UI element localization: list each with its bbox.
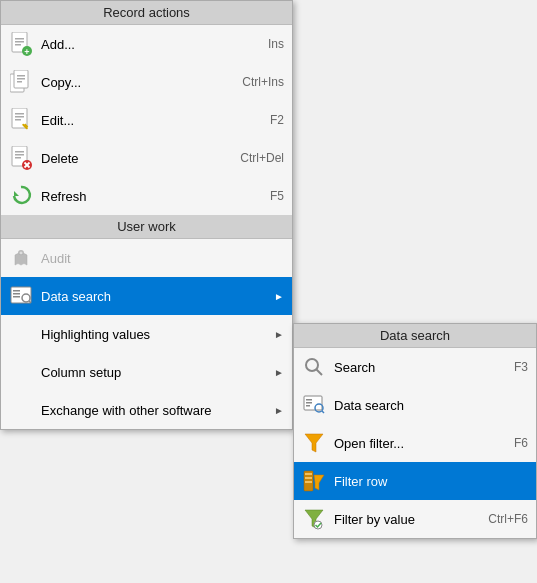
- svg-line-34: [317, 370, 323, 376]
- copy-label: Copy...: [41, 75, 222, 90]
- delete-label: Delete: [41, 151, 220, 166]
- svg-point-33: [306, 359, 318, 371]
- svg-rect-1: [15, 38, 24, 40]
- filter-by-value-shortcut: Ctrl+F6: [488, 512, 528, 526]
- edit-label: Edit...: [41, 113, 250, 128]
- svg-text:+: +: [24, 47, 29, 56]
- refresh-shortcut: F5: [270, 189, 284, 203]
- audit-label: Audit: [41, 251, 284, 266]
- highlighting-arrow: ►: [274, 329, 284, 340]
- user-work-header: User work: [1, 215, 292, 239]
- filter-by-value-menu-item[interactable]: Filter by value Ctrl+F6: [294, 500, 536, 538]
- svg-rect-30: [13, 296, 20, 298]
- svg-marker-41: [305, 434, 323, 452]
- search-shortcut: F3: [514, 360, 528, 374]
- column-setup-icon: [7, 358, 35, 386]
- edit-menu-item[interactable]: Edit... F2: [1, 101, 292, 139]
- svg-rect-38: [306, 405, 310, 407]
- copy-menu-item[interactable]: Copy... Ctrl+Ins: [1, 63, 292, 101]
- svg-rect-2: [15, 41, 24, 43]
- edit-shortcut: F2: [270, 113, 284, 127]
- add-shortcut: Ins: [268, 37, 284, 51]
- delete-shortcut: Ctrl+Del: [240, 151, 284, 165]
- data-search-arrow: ►: [274, 291, 284, 302]
- audit-icon: [7, 244, 35, 272]
- exchange-arrow: ►: [274, 405, 284, 416]
- svg-rect-14: [15, 119, 21, 121]
- column-setup-arrow: ►: [274, 367, 284, 378]
- svg-point-48: [314, 521, 322, 529]
- filter-by-value-label: Filter by value: [334, 512, 468, 527]
- edit-icon: [7, 106, 35, 134]
- svg-rect-18: [15, 151, 24, 153]
- svg-rect-44: [305, 477, 312, 479]
- refresh-label: Refresh: [41, 189, 250, 204]
- svg-rect-9: [17, 78, 25, 80]
- exchange-label: Exchange with other software: [41, 403, 270, 418]
- highlighting-label: Highlighting values: [41, 327, 270, 342]
- column-setup-menu-item[interactable]: Column setup ►: [1, 353, 292, 391]
- delete-menu-item[interactable]: Delete Ctrl+Del: [1, 139, 292, 177]
- highlighting-icon: [7, 320, 35, 348]
- data-search-sub-menu-item[interactable]: Data search: [294, 386, 536, 424]
- svg-marker-46: [314, 475, 324, 490]
- search-label: Search: [334, 360, 494, 375]
- refresh-menu-item[interactable]: Refresh F5: [1, 177, 292, 215]
- svg-marker-24: [14, 191, 19, 196]
- audit-menu-item[interactable]: Audit: [1, 239, 292, 277]
- svg-rect-13: [15, 116, 24, 118]
- exchange-icon: [7, 396, 35, 424]
- data-search-menu-item[interactable]: Data search ►: [1, 277, 292, 315]
- svg-rect-20: [15, 157, 21, 159]
- sub-context-menu: Data search Search F3 Data search: [293, 323, 537, 539]
- add-menu-item[interactable]: + Add... Ins: [1, 25, 292, 63]
- svg-rect-29: [13, 293, 20, 295]
- svg-rect-19: [15, 154, 24, 156]
- svg-line-40: [322, 411, 324, 413]
- data-search-sub-label: Data search: [334, 398, 528, 413]
- svg-rect-36: [306, 399, 312, 401]
- svg-rect-10: [17, 81, 22, 83]
- svg-rect-28: [13, 290, 20, 292]
- refresh-icon: [7, 182, 35, 210]
- column-setup-label: Column setup: [41, 365, 270, 380]
- copy-icon: [7, 68, 35, 96]
- open-filter-menu-item[interactable]: Open filter... F6: [294, 424, 536, 462]
- open-filter-shortcut: F6: [514, 436, 528, 450]
- filter-row-icon: [300, 467, 328, 495]
- main-context-menu: Record actions + Add... Ins: [0, 0, 293, 430]
- exchange-menu-item[interactable]: Exchange with other software ►: [1, 391, 292, 429]
- filter-icon: [300, 429, 328, 457]
- add-label: Add...: [41, 37, 248, 52]
- svg-rect-43: [305, 473, 312, 475]
- data-search-sub-header: Data search: [294, 324, 536, 348]
- svg-rect-37: [306, 402, 312, 404]
- filter-row-menu-item[interactable]: Filter row: [294, 462, 536, 500]
- record-actions-header: Record actions: [1, 1, 292, 25]
- open-filter-label: Open filter...: [334, 436, 494, 451]
- svg-rect-12: [15, 113, 24, 115]
- search-icon: [300, 353, 328, 381]
- svg-rect-8: [17, 75, 25, 77]
- highlighting-menu-item[interactable]: Highlighting values ►: [1, 315, 292, 353]
- svg-rect-3: [15, 44, 21, 46]
- svg-rect-45: [305, 481, 312, 483]
- filter-value-icon: [300, 505, 328, 533]
- delete-icon: [7, 144, 35, 172]
- search-sub-menu-item[interactable]: Search F3: [294, 348, 536, 386]
- filter-row-label: Filter row: [334, 474, 528, 489]
- data-search-icon: [7, 282, 35, 310]
- data-search-sub-icon: [300, 391, 328, 419]
- add-icon: +: [7, 30, 35, 58]
- copy-shortcut: Ctrl+Ins: [242, 75, 284, 89]
- data-search-label: Data search: [41, 289, 270, 304]
